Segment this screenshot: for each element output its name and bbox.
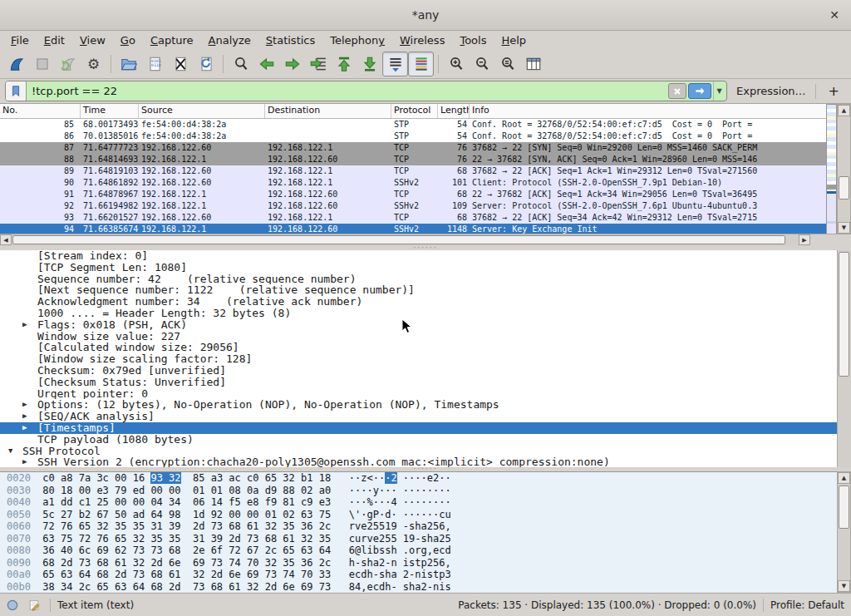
detail-line[interactable]: ▶Flags: 0x018 (PSH, ACK) (0, 319, 837, 331)
expert-info-button[interactable] (3, 597, 22, 614)
file-reload-button[interactable] (193, 52, 219, 76)
filter-dropdown-button[interactable]: ▼ (713, 81, 725, 101)
bytes-vscrollbar[interactable]: ▲ ▼ (837, 471, 851, 593)
column-header-info[interactable]: Info (470, 104, 826, 118)
packet-list-hscrollbar[interactable]: ◀ ▶ (0, 234, 810, 246)
zoom-original-button[interactable] (494, 52, 520, 76)
bytes-scroll-up-icon[interactable]: ▲ (838, 472, 850, 484)
colorize-button[interactable] (408, 52, 434, 76)
scroll-left-icon[interactable]: ◀ (0, 234, 12, 245)
zoom-out-button[interactable] (469, 52, 494, 76)
file-save-button[interactable]: 01010110 (141, 52, 167, 76)
menu-telephony[interactable]: Telephony (322, 32, 392, 48)
intelligent-scrollbar-minimap[interactable] (826, 104, 837, 234)
column-header-protocol[interactable]: Protocol (391, 104, 438, 118)
detail-line[interactable]: Window size value: 227 (0, 331, 837, 342)
collapsed-twisty-icon[interactable]: ▶ (22, 319, 27, 331)
status-profile[interactable]: Profile: Default (770, 599, 844, 611)
detail-line[interactable]: ▶Options: (12 bytes), No-Operation (NOP)… (0, 399, 837, 411)
hex-row-0030[interactable]: 0030 80 18 00 e3 79 ed 00 00 01 01 08 0a… (0, 485, 837, 497)
collapsed-twisty-icon[interactable]: ▶ (22, 411, 27, 422)
capture-start-button[interactable] (3, 52, 29, 76)
hex-row-0080[interactable]: 0080 36 40 6c 69 62 73 73 68 2e 6f 72 67… (0, 545, 837, 557)
collapsed-twisty-icon[interactable]: ▶ (22, 422, 27, 434)
menu-capture[interactable]: Capture (143, 32, 201, 48)
capture-comment-button[interactable] (25, 597, 43, 614)
file-open-button[interactable] (116, 52, 141, 76)
column-header-source[interactable]: Source (139, 104, 265, 118)
filter-apply-button[interactable] (688, 83, 711, 99)
detail-line[interactable]: Sequence number: 42 (relative sequence n… (0, 274, 837, 285)
detail-line[interactable]: ▼SSH Protocol (0, 446, 837, 457)
close-icon[interactable]: ✕ (827, 7, 842, 22)
menu-go[interactable]: Go (113, 32, 143, 48)
hex-row-0050[interactable]: 0050 5c 27 b2 67 50 ad 64 98 1d 92 00 00… (0, 509, 837, 521)
display-filter-box[interactable]: !tcp.port == 22 ▼ (5, 81, 727, 101)
hex-row-0020[interactable]: 0020 c0 a8 7a 3c 00 16 93 32 85 a3 ac c0… (0, 472, 837, 485)
menu-analyze[interactable]: Analyze (201, 32, 258, 48)
menu-file[interactable]: File (3, 32, 37, 48)
menu-help[interactable]: Help (494, 32, 534, 48)
collapsed-twisty-icon[interactable]: ▶ (22, 399, 27, 411)
detail-line[interactable]: Urgent pointer: 0 (0, 388, 837, 400)
menu-wireless[interactable]: Wireless (392, 32, 452, 48)
find-packet-button[interactable] (228, 52, 253, 76)
menu-edit[interactable]: Edit (37, 32, 72, 48)
detail-line[interactable]: Acknowledgment number: 34 (relative ack … (0, 296, 837, 308)
scroll-down-icon[interactable]: ▼ (838, 222, 850, 234)
filter-bookmark-button[interactable] (6, 81, 27, 101)
detail-line[interactable]: [Stream index: 0] (0, 250, 837, 262)
file-close-button[interactable] (167, 52, 193, 76)
packet-row-91[interactable]: 9171.648789678192.168.122.1192.168.122.6… (0, 189, 826, 200)
hex-row-0040[interactable]: 0040 a1 dd c1 25 00 00 04 34 06 14 f5 e8… (0, 496, 837, 509)
packet-row-87[interactable]: 8771.647777234192.168.122.60192.168.122.… (0, 142, 826, 154)
packet-list-vscrollbar[interactable]: ▲ ▼ (837, 104, 851, 234)
scroll-right-icon[interactable]: ▶ (799, 234, 810, 245)
auto-scroll-button[interactable] (382, 52, 408, 76)
vscroll-thumb[interactable] (839, 176, 849, 200)
column-header-no[interactable]: No. (0, 104, 81, 118)
display-filter-input[interactable]: !tcp.port == 22 (27, 85, 668, 97)
go-back-button[interactable] (253, 52, 279, 76)
capture-options-button[interactable]: ⚙ (81, 52, 106, 76)
details-vscroll-thumb[interactable] (839, 252, 849, 377)
title-bar[interactable]: *any ✕ (0, 0, 851, 31)
go-first-button[interactable] (331, 52, 357, 76)
menu-view[interactable]: View (72, 32, 113, 48)
filter-clear-button[interactable] (668, 83, 686, 99)
detail-line[interactable]: 1000 .... = Header Length: 32 bytes (8) (0, 308, 837, 319)
details-vscrollbar[interactable] (837, 250, 851, 467)
expression-button[interactable]: Expression… (733, 85, 809, 97)
zoom-in-button[interactable] (443, 52, 469, 76)
packet-row-90[interactable]: 9071.648618924192.168.122.60192.168.122.… (0, 177, 826, 189)
bytes-scroll-down-icon[interactable]: ▼ (838, 580, 850, 592)
packet-row-89[interactable]: 8971.648191037192.168.122.60192.168.122.… (0, 165, 826, 177)
column-header-destination[interactable]: Destination (265, 104, 391, 118)
detail-line[interactable]: TCP payload (1080 bytes) (0, 434, 837, 446)
menu-tools[interactable]: Tools (452, 32, 494, 48)
detail-line[interactable]: [TCP Segment Len: 1080] (0, 262, 837, 274)
column-header-time[interactable]: Time (81, 104, 139, 118)
detail-line[interactable]: [Calculated window size: 29056] (0, 342, 837, 353)
detail-line[interactable]: Checksum: 0x79ed [unverified] (0, 365, 837, 377)
collapsed-twisty-icon[interactable]: ▶ (22, 456, 27, 467)
hex-row-00a0[interactable]: 00a0 65 63 64 68 2d 73 68 61 32 2d 6e 69… (0, 569, 837, 581)
capture-restart-button[interactable] (55, 52, 81, 76)
detail-line[interactable]: [Next sequence number: 1122 (relative se… (0, 284, 837, 296)
hex-row-0090[interactable]: 0090 68 2d 73 68 61 32 2d 6e 69 73 74 70… (0, 557, 837, 569)
capture-stop-button[interactable] (29, 52, 55, 76)
hscroll-thumb[interactable] (12, 235, 785, 244)
hex-row-0070[interactable]: 0070 63 75 72 76 65 32 35 35 31 39 2d 73… (0, 533, 837, 545)
detail-line[interactable]: [Window size scaling factor: 128] (0, 353, 837, 365)
detail-line[interactable]: [Checksum Status: Unverified] (0, 377, 837, 388)
detail-line[interactable]: ▶[Timestamps] (0, 422, 837, 434)
go-last-button[interactable] (357, 52, 382, 76)
packet-row-88[interactable]: 8871.648146932192.168.122.1192.168.122.6… (0, 154, 826, 165)
expanded-twisty-icon[interactable]: ▼ (8, 446, 12, 457)
detail-line[interactable]: ▶[SEQ/ACK analysis] (0, 411, 837, 422)
column-header-length[interactable]: Length (438, 104, 470, 118)
packet-row-86[interactable]: 8670.013850163fe:54:00:d4:38:2aSTP54Conf… (0, 131, 826, 142)
packet-row-85[interactable]: 8568.001734936fe:54:00:d4:38:2aSTP54Conf… (0, 119, 826, 131)
resize-columns-button[interactable] (520, 52, 546, 76)
go-to-packet-button[interactable] (305, 52, 331, 76)
